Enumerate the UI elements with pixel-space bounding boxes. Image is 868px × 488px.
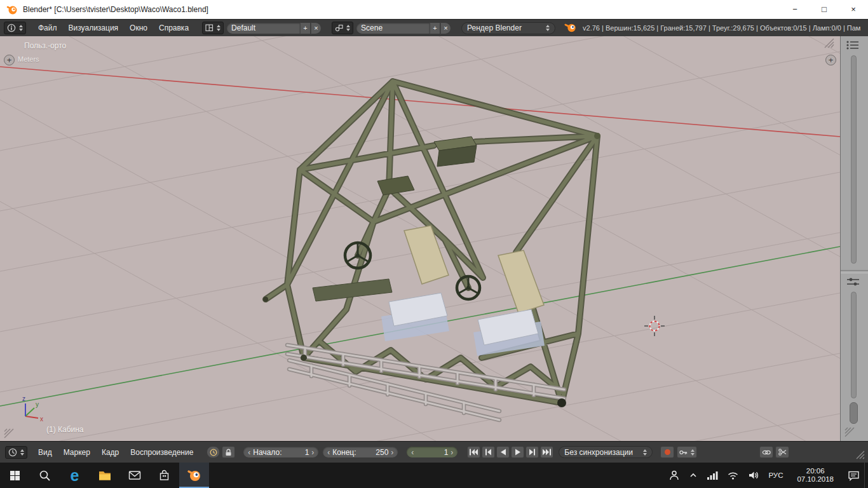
notification-icon: [848, 470, 860, 481]
increment-arrow-icon[interactable]: ›: [391, 449, 393, 456]
volume-tray-button[interactable]: [743, 463, 764, 488]
screen-layout-button[interactable]: [202, 22, 224, 34]
decrement-arrow-icon[interactable]: ‹: [411, 449, 414, 456]
jump-to-next-keyframe-button[interactable]: [526, 446, 539, 458]
file-explorer-button[interactable]: [90, 463, 119, 488]
store-app-button[interactable]: [149, 463, 179, 488]
delete-layout-button[interactable]: ×: [311, 22, 322, 34]
next-keyframe-icon: [528, 449, 536, 456]
info-header-bar: Файл Визуализация Окно Справка Default +…: [0, 19, 868, 36]
edge-browser-button[interactable]: e: [60, 463, 90, 488]
close-button[interactable]: ×: [839, 0, 868, 18]
outliner-scrollbar[interactable]: [851, 55, 857, 264]
sync-mode-dropdown[interactable]: Без синхронизации: [559, 446, 653, 458]
editor-divider[interactable]: [841, 270, 868, 273]
scene-statistics: v2.76 | Вершин:15,625 | Граней:15,797 | …: [583, 24, 864, 32]
mail-icon: [128, 470, 141, 480]
scene-switch-arrows-icon: [346, 25, 350, 31]
blender-taskbar-button[interactable]: [179, 463, 209, 488]
mail-app-button[interactable]: [119, 463, 149, 488]
jump-to-start-button[interactable]: [467, 446, 480, 458]
layout-switch-arrows-icon: [217, 25, 220, 31]
info-editor-icon: [7, 24, 16, 32]
start-button[interactable]: [0, 463, 30, 488]
render-engine-dropdown[interactable]: Рендер Blender: [461, 22, 555, 34]
bind-camera-button[interactable]: [759, 446, 773, 458]
jump-to-start-icon: [469, 449, 478, 456]
keying-set-button[interactable]: [677, 446, 697, 458]
editor-switch-arrows-icon: [19, 25, 23, 31]
menu-file[interactable]: Файл: [32, 24, 63, 32]
properties-editor-icon[interactable]: [846, 276, 861, 288]
current-frame-value: 1: [444, 448, 449, 457]
decrement-arrow-icon[interactable]: ‹: [327, 449, 330, 456]
maximize-button[interactable]: □: [810, 0, 839, 18]
network-tray-button[interactable]: [702, 463, 722, 488]
search-button[interactable]: [30, 463, 60, 488]
x-axis-line: [0, 67, 840, 137]
windows-taskbar: e: [0, 463, 868, 488]
decrement-arrow-icon[interactable]: ‹: [248, 449, 250, 456]
minimize-button[interactable]: −: [780, 0, 810, 18]
timeline-menu-marker[interactable]: Маркер: [58, 448, 96, 457]
use-preview-range-toggle[interactable]: [207, 446, 220, 458]
timeline-editor-icon: [8, 448, 17, 457]
hidden-icons-button[interactable]: [684, 463, 702, 488]
chevron-up-icon: [689, 471, 698, 480]
increment-arrow-icon[interactable]: ›: [451, 449, 453, 456]
dropdown-arrows-icon: [643, 449, 647, 456]
jump-to-end-button[interactable]: [540, 446, 553, 458]
window-corner-grip[interactable]: [854, 449, 865, 460]
toolshelf-expand-button[interactable]: +: [4, 55, 15, 65]
3d-viewport[interactable]: x y z Польз.-орто Meters (1) Кабина + +: [0, 36, 840, 441]
editor-type-button-timeline[interactable]: [5, 446, 27, 459]
delete-scene-button[interactable]: ×: [440, 22, 451, 34]
window-title: Blender* [C:\Users\tvister\Desktop\Waco\…: [23, 5, 208, 14]
editor-type-button-info[interactable]: [4, 22, 26, 34]
clock-tray[interactable]: 20:06 07.10.2018: [787, 463, 843, 488]
timeline-menu-frame[interactable]: Кадр: [96, 448, 125, 457]
people-tray-button[interactable]: [664, 463, 684, 488]
properties-scroll-handle[interactable]: [850, 402, 858, 424]
window-title-bar: Blender* [C:\Users\tvister\Desktop\Waco\…: [0, 0, 868, 19]
jump-to-prev-keyframe-button[interactable]: [482, 446, 495, 458]
timeline-menu-view[interactable]: Вид: [32, 448, 58, 457]
outliner-editor-icon[interactable]: [846, 39, 861, 51]
blender-taskbar-icon: [187, 468, 202, 483]
play-reverse-button[interactable]: [496, 446, 510, 458]
strip-corner-grip[interactable]: [843, 426, 856, 438]
plus-icon: +: [303, 24, 307, 32]
end-frame-field[interactable]: ‹ Конец: 250 ›: [322, 446, 398, 458]
scene-name-value: Scene: [361, 24, 383, 32]
menu-render[interactable]: Визуализация: [63, 24, 125, 32]
menu-help[interactable]: Справка: [153, 24, 194, 32]
increment-arrow-icon[interactable]: ›: [311, 449, 314, 456]
language-label: РУС: [768, 471, 783, 479]
lock-time-cursor-toggle[interactable]: [222, 446, 235, 458]
add-layout-button[interactable]: +: [300, 22, 311, 34]
unlink-button[interactable]: [775, 446, 789, 458]
play-button[interactable]: [511, 446, 524, 458]
scene-browse-button[interactable]: [332, 22, 353, 34]
start-frame-label: Начало:: [253, 448, 281, 457]
menu-window[interactable]: Окно: [124, 24, 153, 32]
properties-region-expand-button[interactable]: +: [825, 55, 836, 65]
current-frame-field[interactable]: ‹ 1 ›: [406, 446, 458, 458]
wifi-tray-button[interactable]: [722, 463, 743, 488]
language-indicator[interactable]: РУС: [764, 463, 787, 488]
action-center-button[interactable]: [843, 463, 864, 488]
plus-icon: +: [7, 56, 12, 64]
record-button[interactable]: [660, 446, 674, 458]
layout-name-field[interactable]: Default: [226, 22, 300, 34]
viewport-canvas[interactable]: x y z: [0, 36, 840, 441]
timeline-menu-playback[interactable]: Воспроизведение: [125, 448, 199, 457]
right-editors-strip: [840, 36, 868, 441]
properties-scrollbar[interactable]: [851, 292, 857, 398]
show-desktop-button[interactable]: [864, 463, 868, 488]
axis-z-label: z: [22, 395, 25, 402]
start-frame-field[interactable]: ‹ Начало: 1 ›: [243, 446, 319, 458]
add-scene-button[interactable]: +: [430, 22, 440, 34]
record-dot-icon: [665, 449, 670, 455]
scene-name-field[interactable]: Scene: [356, 22, 430, 34]
maximize-icon: □: [822, 4, 827, 14]
